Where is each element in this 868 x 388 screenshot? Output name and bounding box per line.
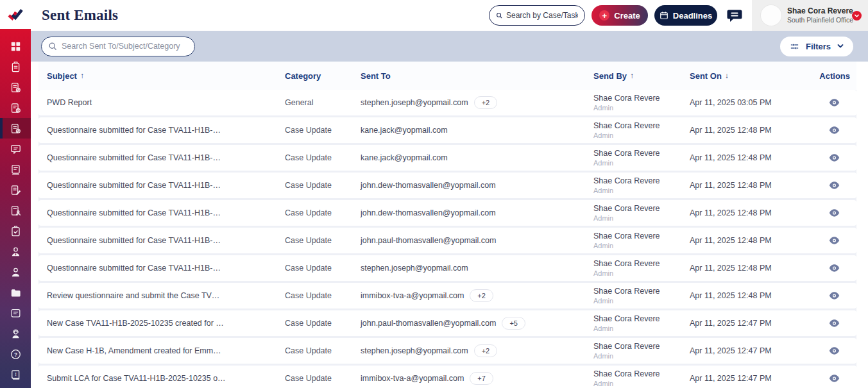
sidebar-item-employees[interactable] (0, 241, 31, 262)
global-search[interactable] (489, 5, 585, 26)
email-sent-on: Apr 11, 2025 03:05 PM (690, 98, 808, 107)
email-sent-to: immibox-tva-a@yopmail.com +7 (361, 372, 593, 385)
table-row[interactable]: Questionnaire submitted for Case TVA11-H… (38, 228, 856, 253)
table-row[interactable]: Questionnaire submitted for Case TVA11-H… (38, 255, 856, 281)
user-tie-icon (10, 246, 22, 258)
email-send-by: Shae Cora Revere Admin (593, 148, 690, 168)
table-row[interactable]: Questionnaire submitted for Case TVA11-H… (38, 200, 856, 226)
email-actions (808, 345, 856, 357)
email-sent-on: Apr 11, 2025 12:48 PM (690, 208, 808, 217)
sender-name: Shae Cora Revere (593, 121, 690, 131)
view-email-button[interactable] (828, 97, 841, 108)
view-email-button[interactable] (828, 262, 841, 274)
filters-button[interactable]: Filters (780, 37, 853, 56)
svg-text:$: $ (17, 108, 19, 112)
email-actions (808, 290, 856, 301)
create-button[interactable]: + Create (591, 5, 648, 26)
view-email-button[interactable] (828, 290, 841, 301)
view-email-button[interactable] (828, 180, 841, 191)
global-search-input[interactable] (506, 11, 578, 20)
user-menu[interactable]: Shae Cora Revere South Plainfield Office (752, 0, 868, 31)
chat-bubble-icon (10, 143, 22, 155)
sidebar-item-cases[interactable] (0, 77, 31, 97)
sidebar-item-contacts[interactable] (0, 200, 31, 221)
user-office: South Plainfield Office (787, 16, 846, 24)
eye-icon (829, 153, 840, 162)
filter-bar: Filters (31, 31, 868, 62)
view-email-button[interactable] (828, 152, 841, 164)
sender-name: Shae Cora Revere (593, 93, 690, 103)
column-header-category[interactable]: Category (285, 71, 361, 81)
sort-arrow-icon: ↓ (725, 71, 729, 80)
email-send-by: Shae Cora Revere Admin (593, 176, 690, 196)
table-row[interactable]: Questionnaire submitted for Case TVA11-H… (38, 173, 856, 198)
sender-role: Admin (593, 103, 690, 112)
sender-role: Admin (593, 186, 690, 195)
email-send-by: Shae Cora Revere Admin (593, 203, 690, 223)
user-menu-caret-icon[interactable] (852, 11, 862, 21)
table-row[interactable]: New Case TVA11-H1B-2025-10235 created fo… (38, 310, 856, 336)
email-send-by: Shae Cora Revere Admin (593, 93, 690, 113)
table-row[interactable]: Submit LCA for Case TVA11-H1B-2025-10235… (38, 366, 856, 388)
recipient-email: stephen.joseph@yopmail.com (361, 98, 468, 107)
sidebar-item-tasks[interactable] (0, 56, 31, 77)
app-screen: Sent Emails + Create D (0, 0, 868, 388)
email-category: Case Update (285, 153, 361, 162)
app-logo[interactable] (0, 0, 31, 31)
sidebar-item-messages[interactable] (0, 139, 31, 159)
view-email-button[interactable] (828, 373, 841, 384)
column-header-send-by[interactable]: Send By↑ (593, 71, 690, 81)
email-sent-to: stephen.joseph@yopmail.com (361, 264, 593, 273)
extra-recipients-badge[interactable]: +2 (470, 289, 493, 302)
column-header-sent-on[interactable]: Sent On↓ (690, 71, 808, 81)
sidebar-item-dashboard[interactable] (0, 36, 31, 56)
sidebar-item-approvals[interactable] (0, 221, 31, 241)
extra-recipients-badge[interactable]: +7 (470, 372, 493, 385)
table-row[interactable]: PWD Report General stephen.joseph@yopmai… (38, 90, 856, 115)
table-row[interactable]: New Case H-1B, Amendment created for Emm… (38, 338, 856, 364)
email-sent-to: kane.jack@yopmail.com (361, 153, 593, 162)
document-dollar-icon: $ (10, 102, 22, 114)
email-actions (808, 317, 856, 329)
calendar-icon (660, 11, 668, 20)
view-email-button[interactable] (828, 207, 841, 219)
sidebar-item-sent-emails[interactable] (0, 118, 31, 139)
table-row[interactable]: Questionnaire submitted for Case TVA11-H… (38, 117, 856, 143)
view-email-button[interactable] (828, 235, 841, 246)
sidebar-item-knowledge[interactable]: ! (0, 364, 31, 385)
sidebar-item-help[interactable]: ? (0, 344, 31, 364)
sender-role: Admin (593, 269, 690, 278)
list-search[interactable] (41, 37, 195, 56)
sidebar-item-documents[interactable] (0, 282, 31, 303)
eye-icon (829, 98, 840, 107)
sender-role: Admin (593, 324, 690, 333)
top-bar: Sent Emails + Create D (0, 0, 868, 31)
sidebar-item-support[interactable] (0, 323, 31, 344)
extra-recipients-badge[interactable]: +2 (474, 344, 498, 357)
column-header-actions[interactable]: Actions (808, 71, 856, 81)
sidebar-item-notes[interactable] (0, 303, 31, 323)
view-email-button[interactable] (828, 124, 841, 136)
email-subject: Questionnaire submitted for Case TVA11-H… (47, 126, 285, 135)
extra-recipients-badge[interactable]: +5 (502, 317, 525, 330)
chat-button[interactable] (724, 4, 745, 26)
email-sent-on: Apr 11, 2025 12:47 PM (690, 346, 808, 355)
table-row[interactable]: Review questionnaire and submit the Case… (38, 283, 856, 308)
extra-recipients-badge[interactable]: +2 (474, 96, 498, 109)
email-send-by: Shae Cora Revere Admin (593, 286, 690, 306)
sidebar-item-clients[interactable] (0, 262, 31, 282)
sent-emails-search-input[interactable] (62, 42, 188, 51)
recipient-email: kane.jack@yopmail.com (361, 126, 448, 135)
view-email-button[interactable] (828, 345, 841, 357)
sender-name: Shae Cora Revere (593, 258, 690, 269)
document-edit-icon (10, 184, 22, 196)
deadlines-button[interactable]: Deadlines (654, 5, 717, 26)
column-header-sent-to[interactable]: Sent To (361, 71, 593, 81)
sidebar-item-ledger[interactable] (0, 159, 31, 180)
sidebar-item-billing[interactable]: $ (0, 97, 31, 118)
view-email-button[interactable] (828, 317, 841, 329)
email-subject: PWD Report (47, 98, 285, 107)
column-header-subject[interactable]: Subject↑ (47, 71, 285, 81)
sidebar-item-forms[interactable] (0, 180, 31, 200)
table-row[interactable]: Questionnaire submitted for Case TVA11-H… (38, 145, 856, 171)
